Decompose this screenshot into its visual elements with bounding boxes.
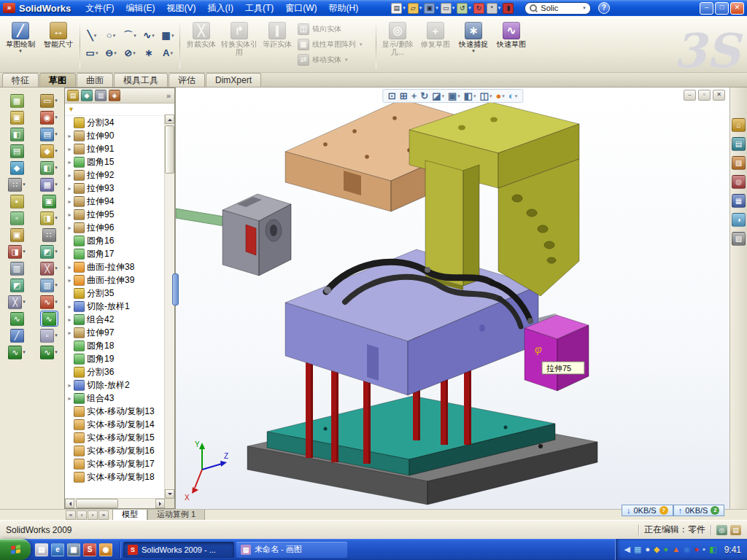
tab-nav-button[interactable]: › — [88, 510, 98, 520]
ql-solidworks-icon[interactable]: S — [83, 543, 96, 556]
search-dropdown-icon[interactable]: ▾ — [583, 5, 586, 11]
arc-tool-icon[interactable]: ⌒▾ — [120, 28, 139, 44]
ql-show-desktop-icon[interactable]: ▦ — [67, 543, 80, 556]
spline-tool-icon[interactable]: ∿▾ — [139, 28, 158, 44]
feature-tree-item[interactable]: 圆角18 — [66, 339, 165, 352]
expand-arrow-icon[interactable]: ▸ — [66, 330, 73, 336]
tray-messenger-icon[interactable]: ◉ — [684, 545, 691, 553]
section-view-icon[interactable]: ◪▾ — [432, 90, 444, 101]
ellipse-tool-icon[interactable]: ⊘▾ — [120, 45, 139, 61]
commandmanager-tab[interactable]: 评估 — [169, 73, 205, 87]
net-monitor-cell[interactable]: ↑0KB/S2 — [673, 505, 725, 516]
model-clamp-bracket[interactable] — [409, 102, 579, 296]
lt-shell-icon[interactable]: ▣ — [9, 228, 26, 242]
tree-vertical-scrollbar[interactable] — [164, 114, 174, 499]
feature-tree-item[interactable]: ▸ 拉伸94 — [66, 195, 165, 208]
search-pane-icon[interactable]: ◎ — [732, 175, 746, 189]
scroll-down-button[interactable] — [165, 489, 174, 499]
lt2-trim-surface-icon[interactable]: ∷ — [41, 228, 58, 242]
feature-tree-item[interactable]: ▸ 切除-放样2 — [66, 378, 165, 392]
help-icon[interactable]: ? — [598, 2, 610, 14]
graphics-viewport[interactable]: φ Y Z X 拉伸75 — [175, 88, 729, 509]
tab-nav-button[interactable]: » — [98, 510, 109, 520]
expand-arrow-icon[interactable]: ▸ — [66, 303, 73, 310]
lt-dome-icon[interactable]: ◩ — [9, 278, 26, 292]
tray-security-icon[interactable]: ● — [694, 545, 700, 553]
zoom-area-icon[interactable]: ⊞ — [400, 90, 408, 101]
lt-boundary-icon[interactable]: ◆ — [9, 160, 26, 175]
model-guide-rod[interactable] — [176, 209, 230, 227]
appearance-pin-icon[interactable]: ▮ — [502, 1, 514, 15]
panel-splitter-handle[interactable] — [172, 273, 179, 306]
file-explorer-icon[interactable]: ▨ — [732, 156, 746, 170]
lt-fillet-icon[interactable]: ▪ — [9, 194, 26, 209]
menu-item[interactable]: 视图(V) — [161, 1, 202, 16]
rebuild-icon[interactable]: ↻ — [473, 1, 485, 15]
zoom-fit-icon[interactable]: ⊡ — [388, 90, 396, 101]
ql-document-icon[interactable]: ▤ — [35, 543, 48, 556]
lt2-surface-sweep-icon[interactable]: ▤▾ — [39, 127, 59, 141]
new-document-icon[interactable]: ▤▾ — [390, 1, 406, 15]
lt-trim-icon[interactable]: ╳▾ — [7, 295, 27, 309]
configurationmanager-tab-icon[interactable]: ▥ — [95, 90, 107, 101]
dimxpertmanager-tab-icon[interactable]: ◈ — [109, 90, 120, 101]
feature-tree-item[interactable]: 圆角17 — [66, 247, 165, 260]
edit-appearance-icon[interactable]: ●▾ — [495, 90, 504, 101]
lt-draft-icon[interactable]: ◨▾ — [7, 244, 27, 259]
tray-input-icon[interactable]: ▪ — [703, 545, 705, 553]
feature-tree-item[interactable]: 实体-移动/复制15 — [66, 431, 165, 444]
model-slide-block[interactable]: φ — [525, 315, 589, 391]
expand-arrow-icon[interactable]: ▸ — [66, 225, 73, 231]
display-delete-relations-button[interactable]: ◎显示/删除几... — [379, 18, 417, 70]
offset-entities-button[interactable]: ∥等距实体 — [258, 18, 296, 70]
menu-item[interactable]: 窗口(W) — [279, 1, 322, 16]
expand-arrow-icon[interactable]: ▸ — [66, 159, 73, 166]
convert-entities-button[interactable]: ↱转换实体引用 — [220, 18, 258, 70]
lt-loft-icon[interactable]: ▤ — [9, 144, 26, 158]
window-control-button[interactable]: □ — [715, 2, 729, 15]
tab-nav-button[interactable]: ‹ — [77, 510, 87, 520]
feature-tree-item[interactable]: ▸ 曲面-拉伸38 — [66, 260, 165, 273]
feature-tree-item[interactable]: ▸ 拉伸95 — [66, 208, 165, 221]
menu-item[interactable]: 插入(I) — [202, 1, 239, 16]
feature-tree-item[interactable]: 分割35 — [66, 287, 165, 300]
expand-arrow-icon[interactable]: ▸ — [66, 316, 73, 323]
model-cam-insert[interactable] — [222, 194, 291, 276]
document-window-button[interactable]: ✕ — [713, 90, 725, 101]
lt2-delete-face-icon[interactable]: ╳▾ — [39, 261, 59, 276]
lt-extrude-boss-icon[interactable]: ▦ — [9, 93, 26, 108]
pan-icon[interactable]: + — [411, 90, 417, 101]
tray-sync-icon[interactable]: ◧ — [709, 545, 716, 553]
options-icon[interactable]: *▾ — [486, 1, 502, 15]
rectangle-tool-icon[interactable]: ▭▾ — [82, 45, 101, 61]
lt2-thicken-icon[interactable]: ▫▾ — [39, 328, 59, 343]
undo-icon[interactable]: ↺▾ — [456, 1, 472, 15]
feature-tree-item[interactable]: ▸ 曲面-拉伸39 — [66, 273, 165, 287]
menu-item[interactable]: 文件(F) — [80, 1, 120, 16]
document-window-button[interactable]: – — [684, 90, 696, 101]
lt2-curve-points-icon[interactable]: ∿▾ — [39, 345, 59, 359]
sketch-pattern-icon[interactable]: ▦▾ — [158, 28, 177, 44]
feature-tree-item[interactable]: ▸ 拉伸96 — [66, 221, 165, 234]
ql-media-icon[interactable]: ◉ — [99, 543, 112, 556]
feature-tree-item[interactable]: ▸ 拉伸91 — [66, 142, 165, 155]
lt-curve-icon[interactable]: ∿▾ — [7, 345, 27, 359]
lt2-freeform-icon[interactable]: ∿ — [41, 311, 58, 326]
expand-arrow-icon[interactable]: ▸ — [66, 172, 73, 179]
lt-rib-icon[interactable]: ▫ — [9, 211, 26, 225]
expand-arrow-icon[interactable]: ▸ — [66, 277, 73, 284]
menu-item[interactable]: 工具(T) — [239, 1, 279, 16]
linear-sketch-pattern-button[interactable]: ▦线性草图阵列▾ — [296, 38, 374, 51]
feature-tree-item[interactable]: 分割34 — [66, 116, 165, 129]
tray-hide-icon[interactable]: ◀ — [624, 545, 630, 553]
repair-sketch-button[interactable]: +修复草图 — [417, 18, 454, 70]
slot-tool-icon[interactable]: ⊖▾ — [101, 45, 120, 61]
window-control-button[interactable]: ✕ — [730, 2, 744, 15]
design-library-icon[interactable]: ▤ — [732, 137, 746, 151]
expand-arrow-icon[interactable]: ▸ — [66, 211, 73, 218]
open-icon[interactable]: ▱▾ — [407, 1, 423, 15]
lt2-knit-surface-icon[interactable]: ▣ — [41, 194, 58, 209]
lt-swept-icon[interactable]: ◧ — [9, 127, 26, 141]
view-palette-icon[interactable]: ▦ — [732, 194, 746, 208]
lt2-offset-surface-icon[interactable]: ▦▾ — [39, 177, 59, 192]
